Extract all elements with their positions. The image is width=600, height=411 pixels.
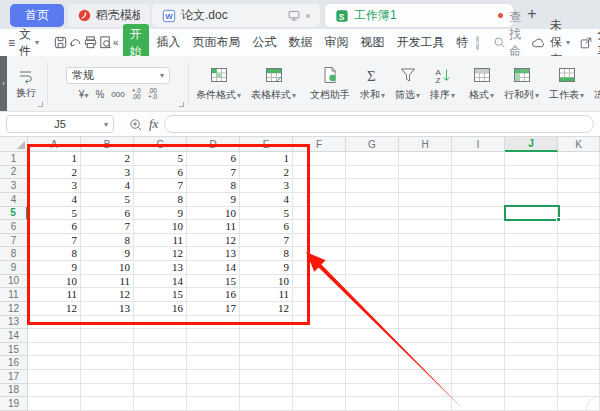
ribbon-button-文档助手[interactable]: 文档助手 [305, 56, 355, 111]
cell-K17[interactable] [558, 370, 600, 384]
cell-I4[interactable] [452, 193, 505, 207]
cell-J6[interactable] [505, 220, 558, 234]
column-header-G[interactable]: G [346, 137, 399, 152]
ribbon-tab-页面布局[interactable]: 页面布局 [187, 34, 247, 51]
cell-K13[interactable] [558, 316, 600, 330]
cell-E14[interactable] [240, 329, 293, 343]
cell-K18[interactable] [558, 384, 600, 398]
cell-H1[interactable] [399, 152, 452, 166]
row-header-11[interactable]: 11 [0, 288, 28, 302]
thousands-separator-button[interactable]: 000 [111, 90, 124, 99]
screen-share-icon[interactable] [287, 9, 301, 22]
cell-D18[interactable] [187, 384, 240, 398]
cell-H3[interactable] [399, 179, 452, 193]
row-header-9[interactable]: 9 [0, 261, 28, 275]
cell-J9[interactable] [505, 261, 558, 275]
collapse-toolbar-icon[interactable]: « [113, 37, 119, 48]
ribbon-button-格式[interactable]: 格式▾ [464, 56, 499, 111]
cell-K4[interactable] [558, 193, 600, 207]
column-header-K[interactable]: K [558, 137, 600, 152]
cell-D16[interactable] [187, 356, 240, 370]
ribbon-tab-特[interactable]: 特 [451, 34, 475, 51]
row-header-14[interactable]: 14 [0, 329, 28, 343]
select-all-corner[interactable] [0, 137, 28, 152]
ribbon-button-求和[interactable]: Σ求和▾ [355, 56, 390, 111]
cell-I6[interactable] [452, 220, 505, 234]
cell-K5[interactable] [558, 207, 600, 221]
cell-J14[interactable] [505, 329, 558, 343]
cell-B16[interactable] [81, 356, 134, 370]
cell-K3[interactable] [558, 179, 600, 193]
dialog-launcher-icon[interactable] [38, 102, 43, 107]
cell-K10[interactable] [558, 275, 600, 289]
print-button[interactable] [83, 34, 98, 52]
cell-J8[interactable] [505, 247, 558, 261]
cell-E15[interactable] [240, 343, 293, 357]
wrap-text-icon[interactable] [18, 68, 34, 84]
cell-K8[interactable] [558, 247, 600, 261]
row-header-8[interactable]: 8 [0, 247, 28, 261]
selected-cell-outline[interactable] [504, 205, 560, 221]
cell-J12[interactable] [505, 302, 558, 316]
cell-J19[interactable] [505, 397, 558, 411]
row-header-3[interactable]: 3 [0, 179, 28, 193]
percent-button[interactable]: % [95, 89, 104, 100]
cell-I5[interactable] [452, 207, 505, 221]
cell-I3[interactable] [452, 179, 505, 193]
ribbon-tab-开发工具[interactable]: 开发工具 [391, 34, 451, 51]
column-header-H[interactable]: H [399, 137, 452, 152]
ribbon-tab-数据[interactable]: 数据 [283, 34, 319, 51]
row-header-2[interactable]: 2 [0, 166, 28, 180]
share-icon[interactable] [579, 36, 593, 50]
column-header-I[interactable]: I [452, 137, 505, 152]
save-button[interactable] [53, 34, 68, 52]
cell-A16[interactable] [28, 356, 81, 370]
row-header-10[interactable]: 10 [0, 275, 28, 289]
row-header-7[interactable]: 7 [0, 234, 28, 248]
cell-G3[interactable] [346, 179, 399, 193]
ribbon-button-行和列[interactable]: 行和列▾ [499, 56, 544, 111]
name-box[interactable]: J5 ▾ [6, 115, 114, 133]
ribbon-tab-插入[interactable]: 插入 [151, 34, 187, 51]
ribbon-tab-公式[interactable]: 公式 [247, 34, 283, 51]
row-header-16[interactable]: 16 [0, 356, 28, 370]
cell-D19[interactable] [187, 397, 240, 411]
cell-K1[interactable] [558, 152, 600, 166]
cell-H4[interactable] [399, 193, 452, 207]
ribbon-button-筛选[interactable]: 筛选▾ [390, 56, 425, 111]
row-header-13[interactable]: 13 [0, 316, 28, 330]
formula-input[interactable] [164, 115, 594, 133]
number-format-select[interactable]: 常规 ▾ [66, 67, 170, 84]
dialog-launcher-icon[interactable] [179, 102, 184, 107]
undo-button[interactable] [68, 34, 83, 52]
cell-A17[interactable] [28, 370, 81, 384]
fill-handle[interactable] [556, 217, 561, 222]
cell-C15[interactable] [134, 343, 187, 357]
row-header-18[interactable]: 18 [0, 384, 28, 398]
fx-icon[interactable]: fx [149, 116, 158, 132]
cell-K14[interactable] [558, 329, 600, 343]
cell-D14[interactable] [187, 329, 240, 343]
cell-I1[interactable] [452, 152, 505, 166]
cell-B15[interactable] [81, 343, 134, 357]
cell-D17[interactable] [187, 370, 240, 384]
ribbon-tab-审阅[interactable]: 审阅 [319, 34, 355, 51]
tab-writer-document[interactable]: W 论文.doc [152, 4, 320, 27]
cell-G2[interactable] [346, 166, 399, 180]
cell-K11[interactable] [558, 288, 600, 302]
row-header-5[interactable]: 5 [0, 207, 28, 221]
cell-J10[interactable] [505, 275, 558, 289]
cell-D15[interactable] [187, 343, 240, 357]
cell-G6[interactable] [346, 220, 399, 234]
cell-G4[interactable] [346, 193, 399, 207]
cell-C19[interactable] [134, 397, 187, 411]
ribbon-button-排序[interactable]: AZ排序▾ [425, 56, 460, 111]
cell-J17[interactable] [505, 370, 558, 384]
cell-K15[interactable] [558, 343, 600, 357]
cell-K9[interactable] [558, 261, 600, 275]
cell-A19[interactable] [28, 397, 81, 411]
cell-G5[interactable] [346, 207, 399, 221]
tab-home[interactable]: 首页 [10, 4, 64, 27]
cell-E17[interactable] [240, 370, 293, 384]
cell-E16[interactable] [240, 356, 293, 370]
